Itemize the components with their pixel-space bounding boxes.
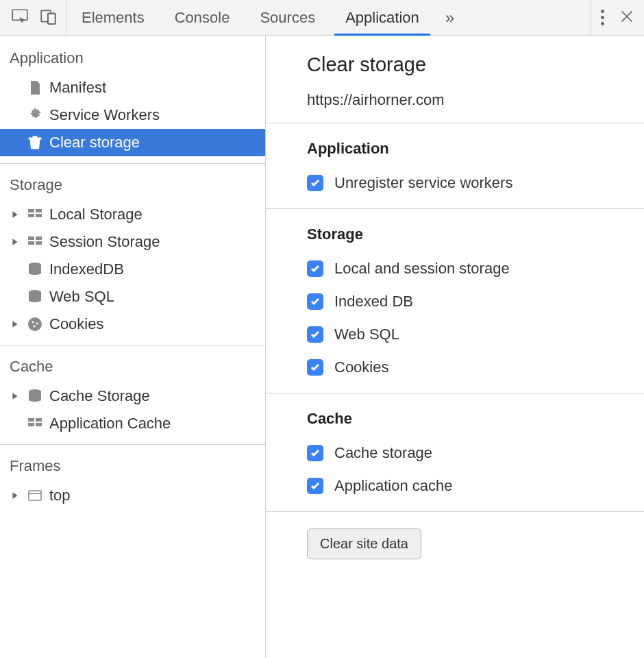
expand-caret-icon[interactable] [10,490,21,501]
sidebar-item-label: IndexedDB [49,260,124,278]
tab-label: Console [175,9,230,27]
section-application: Application Unregister service workers [266,123,644,209]
checkbox-checked-icon[interactable] [307,478,323,494]
window-icon [26,487,44,504]
checkbox-checked-icon[interactable] [307,445,323,461]
sidebar-item-cookies[interactable]: Cookies [0,310,265,338]
sidebar-item-label: Web SQL [49,288,114,306]
option-label: Cache storage [334,444,432,462]
sidebar-item-session-storage[interactable]: Session Storage [0,228,265,256]
option-cookies[interactable]: Cookies [307,358,603,376]
option-label: Local and session storage [334,260,510,278]
svg-rect-22 [28,423,34,426]
svg-rect-10 [36,236,42,240]
sidebar-item-label: top [49,487,71,504]
sidebar-item-top-frame[interactable]: top [0,482,265,509]
svg-rect-7 [28,214,34,217]
section-cache: Cache Cache storage Application cache [266,393,644,512]
close-icon[interactable] [619,9,634,27]
sidebar-item-label: Manifest [49,79,106,97]
checkbox-checked-icon[interactable] [307,260,323,277]
expand-caret-icon[interactable] [10,236,21,247]
sidebar-item-label: Local Storage [49,206,143,223]
expand-caret-icon[interactable] [10,319,21,330]
option-label: Cookies [334,358,388,376]
svg-rect-24 [29,491,41,500]
sidebar-item-clear-storage[interactable]: Clear storage [0,129,265,156]
toolbar-right-icons [591,0,644,35]
checkbox-checked-icon[interactable] [307,175,323,191]
svg-rect-5 [28,209,34,212]
devtools-tab-strip: Elements Console Sources Application » [66,0,591,35]
application-sidebar: Application Manifest Service Workers Cle… [0,36,266,658]
svg-rect-9 [28,236,34,240]
tab-application[interactable]: Application [330,0,434,35]
svg-rect-6 [36,209,42,212]
section-title: Application [307,140,603,158]
option-label: Unregister service workers [334,174,512,192]
devtools-toolbar: Elements Console Sources Application » [0,0,644,36]
sidebar-item-application-cache[interactable]: Application Cache [0,410,265,437]
tabs-overflow-icon[interactable]: » [434,0,465,35]
svg-point-17 [36,323,38,325]
database-icon [26,387,44,405]
sidebar-item-label: Service Workers [49,106,160,124]
svg-rect-8 [36,214,42,217]
section-title: Cache [307,410,603,428]
sidebar-item-manifest[interactable]: Manifest [0,74,265,101]
sidebar-item-indexeddb[interactable]: IndexedDB [0,256,265,283]
clear-storage-panel: Clear storage https://airhorner.com Appl… [266,36,644,658]
option-application-cache[interactable]: Application cache [307,477,603,495]
toolbar-left-icons [3,0,66,35]
sidebar-item-label: Cache Storage [49,387,150,405]
grid-icon [26,233,44,251]
svg-rect-21 [36,418,42,422]
clear-site-data-button[interactable]: Clear site data [307,528,421,559]
sidebar-group-frames: Frames [0,448,265,482]
cookie-icon [26,315,44,333]
tab-label: Sources [260,9,315,27]
kebab-menu-icon[interactable] [601,10,604,25]
svg-point-18 [34,326,36,328]
option-web-sql[interactable]: Web SQL [307,326,603,343]
svg-point-15 [28,317,42,331]
option-local-session-storage[interactable]: Local and session storage [307,260,603,278]
device-toggle-icon[interactable] [40,8,58,28]
sidebar-item-websql[interactable]: Web SQL [0,283,265,310]
checkbox-checked-icon[interactable] [307,359,323,376]
section-title: Storage [307,226,603,243]
sidebar-item-cache-storage[interactable]: Cache Storage [0,382,265,410]
page-title: Clear storage [307,53,603,76]
option-label: Indexed DB [334,293,413,310]
tab-label: Elements [82,9,145,27]
svg-point-16 [32,321,34,324]
svg-rect-2 [48,13,55,23]
checkbox-checked-icon[interactable] [307,326,323,343]
inspect-element-icon[interactable] [11,8,29,28]
tab-sources[interactable]: Sources [245,0,330,35]
grid-icon [26,206,44,223]
sidebar-group-cache: Cache [0,348,265,382]
option-unregister-sw[interactable]: Unregister service workers [307,174,603,192]
origin-url: https://airhorner.com [307,91,603,109]
sidebar-item-service-workers[interactable]: Service Workers [0,101,265,129]
expand-caret-icon[interactable] [10,391,21,402]
svg-rect-20 [28,418,34,422]
tab-elements[interactable]: Elements [66,0,160,35]
tab-console[interactable]: Console [160,0,245,35]
document-icon [26,79,44,97]
sidebar-group-application: Application [0,40,265,74]
sidebar-item-label: Cookies [49,315,103,333]
sidebar-item-local-storage[interactable]: Local Storage [0,201,265,228]
grid-icon [26,415,44,432]
checkbox-checked-icon[interactable] [307,293,323,310]
database-icon [26,260,44,278]
expand-caret-icon[interactable] [10,209,21,220]
panel-header: Clear storage https://airhorner.com [266,36,644,123]
sidebar-group-storage: Storage [0,167,265,201]
sidebar-item-label: Application Cache [49,415,171,432]
gear-icon [26,106,44,124]
option-cache-storage[interactable]: Cache storage [307,444,603,462]
option-label: Application cache [334,477,452,495]
option-indexed-db[interactable]: Indexed DB [307,293,603,310]
